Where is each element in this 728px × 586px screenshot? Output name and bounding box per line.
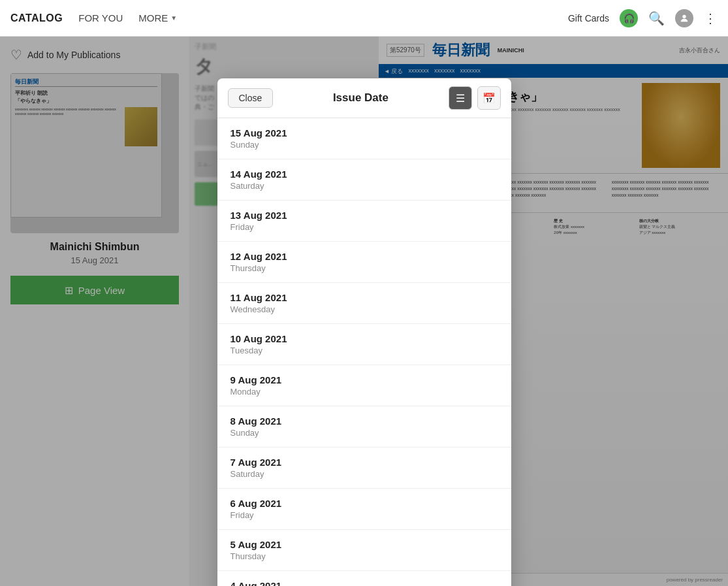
date-list-item[interactable]: 9 Aug 2021Monday bbox=[217, 365, 511, 406]
day-value: Wednesday bbox=[230, 304, 498, 314]
calendar-view-button[interactable]: 📅 bbox=[477, 86, 501, 110]
modal-icon-buttons: ☰ 📅 bbox=[449, 86, 501, 110]
day-value: Monday bbox=[230, 387, 498, 397]
more-options-icon[interactable]: ⋮ bbox=[704, 10, 718, 26]
headphone-icon: 🎧 bbox=[620, 9, 638, 27]
day-value: Saturday bbox=[230, 469, 498, 479]
chevron-down-icon: ▼ bbox=[170, 14, 177, 22]
nav-more[interactable]: MORE ▼ bbox=[138, 12, 177, 24]
svg-point-0 bbox=[682, 14, 686, 18]
date-value: 15 Aug 2021 bbox=[230, 127, 498, 138]
modal-body[interactable]: 15 Aug 2021Sunday14 Aug 2021Saturday13 A… bbox=[217, 118, 511, 586]
navbar: CATALOG FOR YOU MORE ▼ Gift Cards 🎧 🔍 ⋮ bbox=[0, 0, 728, 37]
modal-overlay: Close Issue Date ☰ 📅 15 Aug 2021Sunday14… bbox=[0, 37, 728, 586]
date-value: 5 Aug 2021 bbox=[230, 539, 498, 550]
nav-catalog[interactable]: CATALOG bbox=[10, 12, 63, 24]
date-list-item[interactable]: 14 Aug 2021Saturday bbox=[217, 159, 511, 201]
day-value: Thursday bbox=[230, 263, 498, 273]
date-value: 9 Aug 2021 bbox=[230, 374, 498, 385]
date-list-item[interactable]: 12 Aug 2021Thursday bbox=[217, 242, 511, 283]
date-value: 6 Aug 2021 bbox=[230, 498, 498, 509]
day-value: Sunday bbox=[230, 140, 498, 150]
day-value: Friday bbox=[230, 222, 498, 232]
day-value: Friday bbox=[230, 510, 498, 520]
date-list-item[interactable]: 13 Aug 2021Friday bbox=[217, 201, 511, 242]
day-value: Sunday bbox=[230, 428, 498, 438]
date-list-item[interactable]: 6 Aug 2021Friday bbox=[217, 489, 511, 530]
date-value: 12 Aug 2021 bbox=[230, 251, 498, 262]
date-value: 4 Aug 2021 bbox=[230, 580, 498, 586]
date-value: 10 Aug 2021 bbox=[230, 333, 498, 344]
date-value: 13 Aug 2021 bbox=[230, 210, 498, 221]
date-value: 11 Aug 2021 bbox=[230, 292, 498, 303]
date-value: 7 Aug 2021 bbox=[230, 457, 498, 468]
nav-for-you[interactable]: FOR YOU bbox=[78, 12, 123, 24]
date-list-item[interactable]: 10 Aug 2021Tuesday bbox=[217, 324, 511, 365]
date-list-item[interactable]: 5 Aug 2021Thursday bbox=[217, 530, 511, 571]
day-value: Tuesday bbox=[230, 346, 498, 355]
modal-header: Close Issue Date ☰ 📅 bbox=[217, 78, 511, 118]
date-list-item[interactable]: 7 Aug 2021Saturday bbox=[217, 448, 511, 489]
close-button[interactable]: Close bbox=[228, 88, 274, 108]
nav-gift-cards[interactable]: Gift Cards bbox=[568, 13, 609, 24]
nav-right: Gift Cards 🎧 🔍 ⋮ bbox=[568, 9, 718, 27]
calendar-icon: 📅 bbox=[483, 92, 496, 105]
day-value: Thursday bbox=[230, 551, 498, 561]
search-icon[interactable]: 🔍 bbox=[648, 10, 665, 26]
modal-title: Issue Date bbox=[333, 91, 388, 105]
date-list-item[interactable]: 11 Aug 2021Wednesday bbox=[217, 283, 511, 324]
day-value: Saturday bbox=[230, 181, 498, 191]
date-value: 14 Aug 2021 bbox=[230, 169, 498, 180]
issue-date-modal: Close Issue Date ☰ 📅 15 Aug 2021Sunday14… bbox=[217, 78, 511, 586]
list-icon: ☰ bbox=[456, 92, 465, 105]
list-view-button[interactable]: ☰ bbox=[449, 86, 472, 110]
user-icon[interactable] bbox=[675, 9, 693, 27]
date-value: 8 Aug 2021 bbox=[230, 415, 498, 427]
date-list-item[interactable]: 8 Aug 2021Sunday bbox=[217, 406, 511, 448]
date-list-item[interactable]: 4 Aug 2021Wednesday bbox=[217, 571, 511, 586]
date-list-item[interactable]: 15 Aug 2021Sunday bbox=[217, 118, 511, 159]
main-content: ♡ Add to My Publications 毎日新聞 平和祈り 朗読「やら… bbox=[0, 37, 728, 586]
